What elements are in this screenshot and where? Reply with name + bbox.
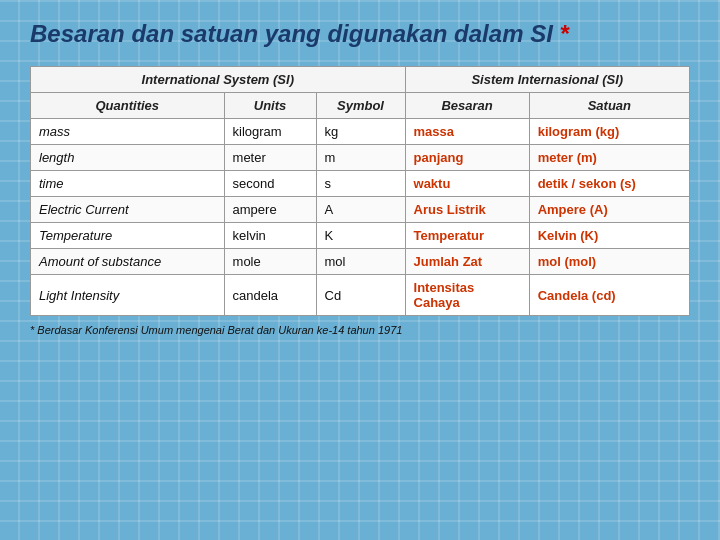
cell-quantity: mass — [31, 119, 225, 145]
cell-quantity: Temperature — [31, 223, 225, 249]
page-title: Besaran dan satuan yang digunakan dalam … — [30, 20, 690, 48]
cell-unit: kilogram — [224, 119, 316, 145]
cell-besaran: Jumlah Zat — [405, 249, 529, 275]
cell-symbol: kg — [316, 119, 405, 145]
cell-besaran: Temperatur — [405, 223, 529, 249]
title-asterisk: * — [560, 20, 569, 47]
cell-symbol: mol — [316, 249, 405, 275]
table-row: lengthmetermpanjangmeter (m) — [31, 145, 690, 171]
table-row: TemperaturekelvinKTemperaturKelvin (K) — [31, 223, 690, 249]
cell-besaran: panjang — [405, 145, 529, 171]
cell-unit: kelvin — [224, 223, 316, 249]
cell-satuan: Candela (cd) — [529, 275, 689, 316]
cell-unit: meter — [224, 145, 316, 171]
col-header-satuan: Satuan — [529, 93, 689, 119]
cell-unit: mole — [224, 249, 316, 275]
cell-satuan: mol (mol) — [529, 249, 689, 275]
table-row: Light IntensitycandelaCdIntensitas Cahay… — [31, 275, 690, 316]
table-body: masskilogramkgmassakilogram (kg)lengthme… — [31, 119, 690, 316]
cell-symbol: A — [316, 197, 405, 223]
cell-satuan: kilogram (kg) — [529, 119, 689, 145]
table-row: masskilogramkgmassakilogram (kg) — [31, 119, 690, 145]
cell-quantity: time — [31, 171, 225, 197]
cell-quantity: Electric Current — [31, 197, 225, 223]
col-header-quantities: Quantities — [31, 93, 225, 119]
cell-besaran: waktu — [405, 171, 529, 197]
col-header-besaran: Besaran — [405, 93, 529, 119]
cell-quantity: Amount of substance — [31, 249, 225, 275]
header-row-1: International System (SI) Sistem Interna… — [31, 67, 690, 93]
cell-quantity: length — [31, 145, 225, 171]
cell-symbol: Cd — [316, 275, 405, 316]
cell-unit: candela — [224, 275, 316, 316]
table-row: timesecondswaktudetik / sekon (s) — [31, 171, 690, 197]
title-text: Besaran dan satuan yang digunakan dalam … — [30, 20, 560, 47]
cell-besaran: Intensitas Cahaya — [405, 275, 529, 316]
cell-symbol: s — [316, 171, 405, 197]
si-units-table: International System (SI) Sistem Interna… — [30, 66, 690, 316]
intl-system-header: International System (SI) — [31, 67, 406, 93]
si-system-header: Sistem Internasional (SI) — [405, 67, 689, 93]
cell-symbol: m — [316, 145, 405, 171]
cell-satuan: Ampere (A) — [529, 197, 689, 223]
header-row-2: Quantities Units Symbol Besaran Satuan — [31, 93, 690, 119]
cell-quantity: Light Intensity — [31, 275, 225, 316]
cell-satuan: meter (m) — [529, 145, 689, 171]
cell-unit: second — [224, 171, 316, 197]
col-header-units: Units — [224, 93, 316, 119]
cell-unit: ampere — [224, 197, 316, 223]
cell-besaran: Arus Listrik — [405, 197, 529, 223]
table-container: International System (SI) Sistem Interna… — [30, 66, 690, 316]
footer-note: * Berdasar Konferensi Umum mengenai Bera… — [30, 324, 690, 336]
table-row: Electric CurrentampereAArus ListrikAmper… — [31, 197, 690, 223]
cell-satuan: detik / sekon (s) — [529, 171, 689, 197]
cell-symbol: K — [316, 223, 405, 249]
cell-satuan: Kelvin (K) — [529, 223, 689, 249]
col-header-symbol: Symbol — [316, 93, 405, 119]
table-row: Amount of substancemolemolJumlah Zatmol … — [31, 249, 690, 275]
cell-besaran: massa — [405, 119, 529, 145]
